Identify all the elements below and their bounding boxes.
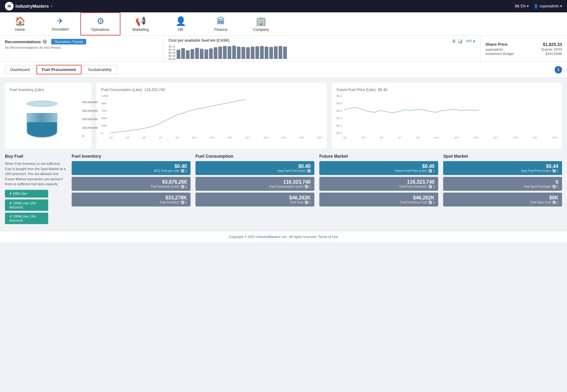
tab-sustainability[interactable]: Sustainability	[83, 65, 117, 74]
kpi-button[interactable]: KPI	[466, 39, 472, 43]
info-icon[interactable]: ℹ	[557, 185, 558, 188]
cask-bar	[283, 47, 287, 59]
help-icon[interactable]: ?	[43, 40, 47, 44]
fuel-inventory-cost-label: Fuel Inventory 📈 ℹ	[160, 201, 187, 204]
consumption-x-labels: Q1Q3Q5Q7Q9Q11Q13Q15Q17Q19Q21Q23Q24	[110, 136, 322, 139]
fuel-inventory-metrics-title: Fuel Inventory	[72, 154, 191, 159]
share-price-value: $1,825.33	[543, 42, 562, 47]
cask-bar	[232, 46, 236, 59]
cask-bar	[237, 47, 241, 59]
top-bar-right: 🇬🇧 EN ▾ 👤 superadmin ▾	[515, 4, 562, 8]
logo: IM IndustryMasters ®	[5, 2, 52, 10]
info-icon[interactable]: ℹ	[433, 169, 435, 173]
nav-item-finance[interactable]: 🏛 Finance	[201, 12, 241, 35]
chart-icon[interactable]: 📈	[552, 169, 556, 173]
nav-item-home[interactable]: 🏠 Home	[0, 12, 40, 35]
fuel-inventory-cost2-value: $46,262K	[413, 195, 435, 201]
chart-icon[interactable]: 📈	[428, 169, 432, 173]
cask-bar	[269, 47, 273, 59]
future-line-chart	[343, 94, 557, 135]
cask-bar	[181, 48, 185, 59]
tab-help-button[interactable]: ℹ	[555, 66, 562, 73]
buy-50m-button[interactable]: ✗ 50M Liter	[5, 190, 48, 198]
cask-bar	[228, 46, 231, 59]
nav-item-operations[interactable]: ⚙ Operations	[80, 12, 120, 35]
cylinder-top	[27, 101, 57, 107]
avg-cost-per-liter-value: $0.40	[174, 164, 187, 169]
footer-company-link[interactable]: IndustryMasters Ltd	[256, 235, 286, 239]
future-fuel-price-card: $0.40 Future Fuel Price (Liter) 📈 ℹ	[319, 161, 438, 175]
share-price-user: superadmin	[485, 48, 503, 51]
fuel-spot-purchase-card: 0 Fuel Spot Purchase 📈 ℹ	[443, 177, 562, 191]
cask-bar	[195, 48, 199, 59]
fuel-inventory-cost2-card: $46,262K Fuel Inventory Cost 📈 ℹ	[319, 193, 438, 206]
monitor-icon: 🖥	[452, 39, 456, 44]
chart-icon[interactable]: 📈	[552, 185, 556, 188]
tutorial-button[interactable]: Operations Tutorial	[51, 39, 86, 44]
info-icon[interactable]: ℹ	[309, 185, 311, 188]
share-price-panel: Share Price $1,825.33 superadmin Quarter…	[481, 36, 567, 61]
app-name: IndustryMasters	[15, 4, 49, 9]
cask-bar	[214, 47, 217, 59]
tab-dashboard[interactable]: Dashboard	[5, 65, 35, 74]
nav-label-finance: Finance	[214, 27, 228, 32]
info-icon[interactable]: ℹ	[186, 201, 187, 204]
fuel-consumption-liter-label: Fuel Consumption (Liter) 📈 ℹ	[269, 185, 311, 188]
cask-title: Cost per available Seat km (CASK)	[169, 38, 229, 43]
footer-terms-link[interactable]: Terms of Use	[318, 235, 338, 239]
cask-y-labels: $0.12 $0.10 $0.08 $0.06 $0.04	[169, 45, 176, 59]
info-icon[interactable]: ℹ	[186, 185, 187, 188]
fuel-spot-purchase-label: Fuel Spot Purchase 📈 ℹ	[524, 185, 558, 188]
chart-icon: 📊	[457, 39, 463, 44]
nav-item-hr[interactable]: 👤 HR	[161, 12, 201, 35]
spot-fuel-price-value: $0.44	[546, 164, 558, 169]
info-icon[interactable]: ℹ	[186, 169, 187, 173]
user-menu[interactable]: 👤 superadmin ▾	[534, 4, 562, 8]
investment-budget-label: Investment Budget	[485, 52, 514, 56]
fuel-cost-card: $46,262K Fuel Cost 📈 ℹ	[195, 193, 314, 206]
buy-fuel-panel: Buy Fuel When Fuel Inventory is not suff…	[5, 154, 67, 226]
chart-icon[interactable]: 📈	[304, 185, 308, 188]
chevron-down-icon: ▾	[473, 39, 475, 44]
future-market-title: Future Market	[319, 154, 438, 159]
chevron-down-icon: ▾	[527, 4, 529, 8]
language-selector[interactable]: 🇬🇧 EN ▾	[515, 4, 529, 8]
nav-item-company[interactable]: 🏢 Company	[241, 12, 281, 35]
cask-bars	[177, 45, 287, 59]
tab-fuel-procurement[interactable]: Fuel Procurement	[36, 65, 82, 74]
chart-icon[interactable]: 📈	[181, 201, 184, 204]
chart-icon[interactable]: 📈	[181, 185, 184, 188]
fuel-inventory-chart-title: Fuel Inventory (Liter)	[10, 88, 86, 92]
buy-200m-button[interactable]: ✗ 200M Liter (3% discount)	[5, 213, 48, 224]
spot-fuel-price-label: Spot Fuel Price (Liter) 📈 ℹ	[521, 169, 558, 173]
chart-icon[interactable]: 📈	[552, 201, 556, 204]
future-fuel-price-label: Future Fuel Price (Liter) 📈 ℹ	[394, 169, 435, 173]
cask-bar	[191, 49, 194, 59]
cask-bar	[260, 46, 264, 59]
chart-icon[interactable]: 📈	[304, 201, 308, 204]
fuel-cost-label: Fuel Cost 📈 ℹ	[290, 201, 311, 204]
buy-100m-button[interactable]: ✗ 100M Liter (2% discount)	[5, 199, 48, 211]
info-icon[interactable]: ℹ	[433, 201, 435, 204]
info-icon[interactable]: ℹ	[557, 201, 558, 204]
chart-icon[interactable]: 📈	[428, 185, 432, 188]
nav-item-marketing[interactable]: 📢 Marketing	[120, 12, 161, 35]
info-icon[interactable]: ℹ	[433, 185, 435, 188]
chart-icon[interactable]: 📈	[181, 169, 184, 173]
cylinder-labels: 400,000,000 300,000,000 200,000,000 100,…	[82, 101, 98, 138]
chart-icon[interactable]: 📈	[307, 169, 311, 173]
chart-icon[interactable]: 📈	[428, 201, 432, 204]
fuel-inventory-chart-card: Fuel Inventory (Liter) 400,000,000 300,0…	[5, 83, 91, 149]
cask-bar	[177, 50, 180, 59]
fuel-inventory-cost-value: $33,278K	[166, 195, 187, 201]
consumption-line-chart	[110, 94, 322, 135]
recommendations-title: Recommendations	[5, 40, 41, 44]
investment-budget-value: $192,509K	[546, 52, 562, 56]
info-icon[interactable]: ℹ	[309, 201, 311, 204]
info-icon[interactable]: ℹ	[557, 169, 558, 173]
fuel-cost-value: $46,262K	[289, 195, 311, 201]
nav-item-innovation[interactable]: ✈ Innovation	[40, 12, 80, 35]
top-bar: IM IndustryMasters ® 🇬🇧 EN ▾ 👤 superadmi…	[0, 0, 567, 12]
fuel-from-inventory-value: 116,323,740	[407, 179, 435, 185]
fuel-inventory-cost2-label: Fuel Inventory Cost 📈 ℹ	[400, 201, 435, 204]
